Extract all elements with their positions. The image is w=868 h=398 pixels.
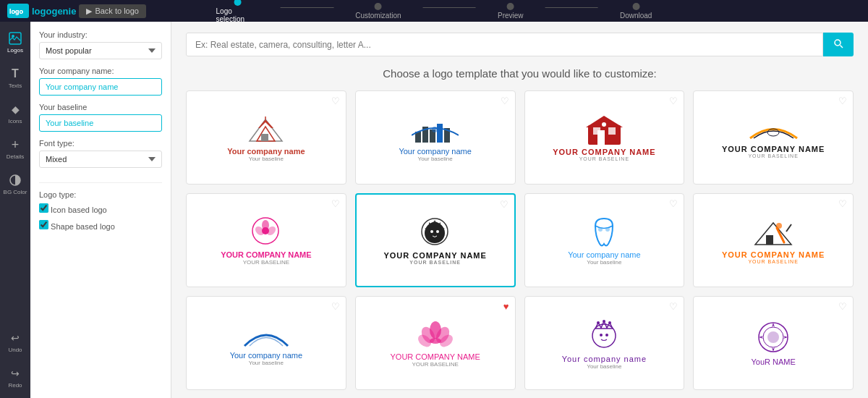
logo-icon: logo logo <box>7 4 29 18</box>
main-content: Choose a logo template that you would li… <box>171 22 868 398</box>
logo-svg-4 <box>746 117 801 142</box>
baseline-input[interactable] <box>39 114 162 132</box>
step-preview[interactable]: Preview <box>476 3 545 20</box>
logo-card-5[interactable]: ♡ YOUR COMPANY NAME YOUR BASELINE <box>186 193 346 287</box>
step-line-1 <box>281 7 333 8</box>
card-7-name: Your company name <box>568 250 641 259</box>
back-to-logo-button[interactable]: ▶ Back to logo <box>79 4 146 18</box>
sidebar-item-bg-color[interactable]: BG Color <box>0 169 30 199</box>
logo-card-12[interactable]: ♡ YouR NAME <box>693 296 854 390</box>
logo-card-7[interactable]: ♡ Your company name Your baseline <box>524 193 685 287</box>
card-content-11: Your company name Your baseline <box>525 297 684 389</box>
card-5-baseline: YOUR BASELINE <box>243 259 289 266</box>
logo-svg-2 <box>412 114 459 144</box>
svg-point-56 <box>767 331 779 343</box>
search-input[interactable] <box>186 33 823 56</box>
card-content-5: YOUR COMPANY NAME YOUR BASELINE <box>187 194 346 287</box>
heart-icon-12[interactable]: ♡ <box>838 301 847 312</box>
step-download[interactable]: Download <box>598 3 673 20</box>
svg-point-53 <box>605 334 608 336</box>
heart-icon-11[interactable]: ♡ <box>669 301 678 312</box>
bg-color-icon <box>8 173 22 187</box>
heart-icon-10[interactable]: ♥ <box>503 301 509 312</box>
svg-point-52 <box>600 334 603 336</box>
sidebar-item-redo[interactable]: ↪ Redo <box>0 363 30 392</box>
shape-based-option[interactable]: Shape based logo <box>39 220 162 231</box>
logo-card-4[interactable]: ♡ YOUR COMPANY NAME YOUR BASELINE <box>693 90 854 185</box>
step-label-preview: Preview <box>498 12 524 20</box>
icon-based-checkbox[interactable] <box>39 203 48 213</box>
logo-svg-6 <box>419 216 451 248</box>
heart-icon-8[interactable]: ♡ <box>838 198 847 209</box>
logos-icon <box>8 31 22 46</box>
sidebar-item-logos[interactable]: Logos <box>0 27 30 57</box>
step-logo-selection[interactable]: Logo selection <box>195 0 281 23</box>
logo-card-9[interactable]: ♡ Your company name Your baseline <box>186 296 346 390</box>
card-content-3: YOUR COMPANY NAME YOUR BASELINE <box>525 91 684 184</box>
svg-rect-16 <box>437 124 443 143</box>
heart-icon-7[interactable]: ♡ <box>669 198 678 209</box>
card-7-baseline: Your baseline <box>587 259 621 266</box>
industry-dropdown[interactable]: Most popular Real estate Technology <box>39 42 162 59</box>
svg-line-7 <box>841 46 843 48</box>
heart-icon-1[interactable]: ♡ <box>331 96 340 106</box>
heart-icon-2[interactable]: ♡ <box>501 96 509 106</box>
logo-svg-1 <box>242 114 289 144</box>
svg-rect-22 <box>593 127 600 135</box>
heart-icon-9[interactable]: ♡ <box>331 301 340 312</box>
search-icon <box>833 38 843 48</box>
logo-card-1[interactable]: ♡ Your company name Your baseline <box>186 90 346 185</box>
company-name-input[interactable] <box>39 78 162 96</box>
texts-icon: T <box>8 67 22 81</box>
svg-point-30 <box>262 227 269 234</box>
icon-based-option[interactable]: Icon based logo <box>39 203 162 214</box>
company-name-label: Your company name: <box>39 67 162 75</box>
card-content-10: YOUR COMPANY NAME YOUR BASELINE <box>356 297 515 389</box>
step-dot-logo <box>234 0 241 6</box>
step-dot-preview <box>507 3 514 10</box>
logo-card-6[interactable]: ♡ YOUR COMPANY N <box>355 193 516 287</box>
sidebar-item-undo[interactable]: ↩ Undo <box>0 327 30 357</box>
search-button[interactable] <box>823 33 854 56</box>
step-dot-custom <box>375 3 382 10</box>
card-3-baseline: YOUR BASELINE <box>579 156 629 161</box>
step-line-2 <box>423 7 476 8</box>
svg-point-39 <box>776 223 782 229</box>
logo-card-8[interactable]: ♡ YOUR COMPANY NAME YOUR BASELINE <box>693 193 854 287</box>
heart-icon-3[interactable]: ♡ <box>669 96 678 106</box>
heart-icon-6[interactable]: ♡ <box>500 199 509 210</box>
sidebar-item-texts[interactable]: T Texts <box>0 63 30 93</box>
icons-icon: ◆ <box>8 102 22 117</box>
logo-grid: ♡ Your company name Your baseline ♡ <box>186 90 854 390</box>
logo-card-11[interactable]: ♡ Your company name <box>524 296 685 390</box>
step-customization[interactable]: Customization <box>333 3 422 20</box>
svg-rect-37 <box>766 235 773 245</box>
svg-point-44 <box>430 321 441 339</box>
card-content-6: YOUR COMPANY NAME YOUR BASELINE <box>357 195 514 286</box>
card-2-baseline: Your baseline <box>418 156 453 162</box>
arrow-icon: ▶ <box>86 7 92 16</box>
svg-rect-10 <box>261 134 268 141</box>
step-label-download: Download <box>620 12 652 20</box>
shape-based-checkbox[interactable] <box>39 220 48 229</box>
sidebar-item-icons[interactable]: ◆ Icons <box>0 98 30 128</box>
card-10-name: YOUR COMPANY NAME <box>390 352 480 361</box>
svg-point-33 <box>436 230 439 233</box>
logo-card-2[interactable]: ♡ Your company name Your baseline <box>355 90 516 185</box>
svg-point-32 <box>430 230 433 233</box>
heart-icon-4[interactable]: ♡ <box>838 96 847 106</box>
card-8-name: YOUR COMPANY NAME <box>722 250 825 259</box>
logo-card-10[interactable]: ♥ YOUR COMPANY NAME YOUR BASELINE <box>355 296 516 390</box>
sidebar-item-details[interactable]: + Details <box>0 134 30 164</box>
step-line-3 <box>545 7 598 8</box>
card-content-2: Your company name Your baseline <box>356 91 515 184</box>
font-type-dropdown[interactable]: Mixed Serif Sans-serif <box>39 151 162 168</box>
svg-rect-23 <box>608 127 616 135</box>
panel-divider <box>39 182 162 183</box>
heart-icon-5[interactable]: ♡ <box>331 198 340 209</box>
card-4-baseline: YOUR BASELINE <box>748 153 798 158</box>
logo-card-3[interactable]: ♡ YOUR COMPANY NAME YOUR BASELINE <box>524 90 685 185</box>
search-bar <box>186 33 854 56</box>
logo-svg-9 <box>241 321 292 348</box>
main-layout: Logos T Texts ◆ Icons + Details BG Color… <box>0 22 868 398</box>
